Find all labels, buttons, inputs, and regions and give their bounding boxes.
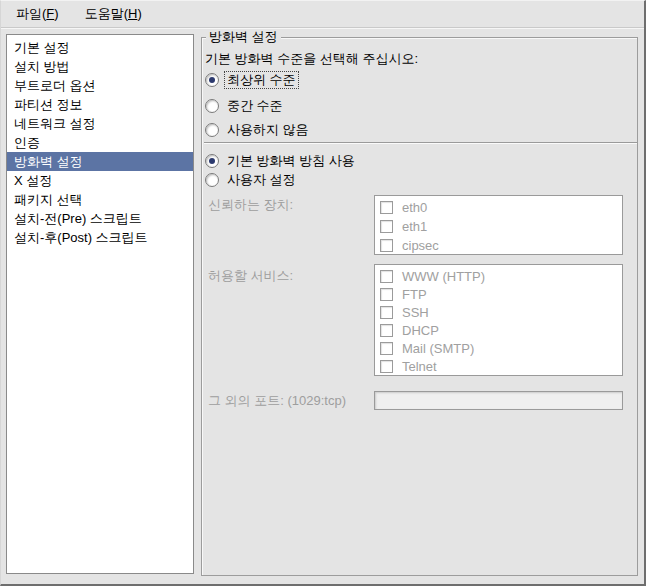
sidebar-item-pre-script[interactable]: 설치-전(Pre) 스크립트 bbox=[7, 209, 193, 228]
sidebar-item-authentication[interactable]: 인증 bbox=[7, 133, 193, 152]
sidebar-item-network-config[interactable]: 네트워크 설정 bbox=[7, 114, 193, 133]
kickstart-configurator-window: 파일(F) 도움말(H) 기본 설정 설치 방법 부트로더 옵션 파티션 정보 … bbox=[0, 0, 646, 586]
trusted-device-eth1-label: eth1 bbox=[402, 219, 427, 234]
section-list: 기본 설정 설치 방법 부트로더 옵션 파티션 정보 네트워크 설정 인증 방화… bbox=[6, 34, 194, 574]
allowed-services-list: WWW (HTTP) FTP SSH DHCP Mail (SMTP) Teln… bbox=[374, 264, 623, 376]
group-title: 방화벽 설정 bbox=[206, 29, 281, 45]
menu-help-label: 도움말( bbox=[85, 6, 128, 21]
checkbox-unchecked-icon bbox=[380, 288, 393, 301]
sidebar-item-partition-info[interactable]: 파티션 정보 bbox=[7, 95, 193, 114]
checkbox-unchecked-icon bbox=[380, 239, 393, 252]
service-ssh-label: SSH bbox=[402, 305, 429, 320]
radio-disable-firewall-label: 사용하지 않음 bbox=[225, 122, 311, 138]
radio-medium-level[interactable]: 중간 수준 bbox=[205, 97, 285, 115]
checkbox-unchecked-icon bbox=[380, 306, 393, 319]
other-ports-label: 그 외의 포트: (1029:tcp) bbox=[208, 392, 346, 410]
sidebar-item-basic-config[interactable]: 기본 설정 bbox=[7, 38, 193, 57]
radio-selected-icon bbox=[205, 73, 219, 87]
menu-file[interactable]: 파일(F) bbox=[7, 2, 68, 26]
radio-unselected-icon bbox=[205, 99, 219, 113]
menu-help-mnemonic: H bbox=[128, 6, 137, 21]
radio-medium-level-label: 중간 수준 bbox=[225, 98, 285, 114]
section-divider bbox=[204, 142, 637, 144]
sidebar-item-firewall-config[interactable]: 방화벽 설정 bbox=[7, 152, 193, 171]
service-dhcp-label: DHCP bbox=[402, 323, 439, 338]
other-ports-input[interactable] bbox=[374, 391, 623, 410]
sidebar-item-post-script[interactable]: 설치-후(Post) 스크립트 bbox=[7, 228, 193, 247]
sidebar-item-x-config[interactable]: X 설정 bbox=[7, 171, 193, 190]
menu-help-label-close: ) bbox=[137, 6, 141, 21]
menu-file-label-close: ) bbox=[54, 6, 58, 21]
checkbox-unchecked-icon bbox=[380, 360, 393, 373]
sidebar-item-package-selection[interactable]: 패키지 선택 bbox=[7, 190, 193, 209]
menu-bar: 파일(F) 도움말(H) bbox=[1, 1, 644, 28]
trusted-devices-list: eth0 eth1 cipsec bbox=[374, 195, 623, 255]
trusted-devices-label: 신뢰하는 장치: bbox=[208, 196, 293, 214]
trusted-device-cipsec[interactable]: cipsec bbox=[375, 236, 622, 255]
trusted-device-cipsec-label: cipsec bbox=[402, 238, 439, 253]
radio-default-policy[interactable]: 기본 방화벽 방침 사용 bbox=[205, 152, 357, 170]
checkbox-unchecked-icon bbox=[380, 220, 393, 233]
service-www-http[interactable]: WWW (HTTP) bbox=[375, 267, 622, 285]
trusted-device-eth0-label: eth0 bbox=[402, 200, 427, 215]
radio-unselected-icon bbox=[205, 123, 219, 137]
service-telnet-label: Telnet bbox=[402, 359, 437, 374]
menu-file-label: 파일( bbox=[16, 6, 46, 21]
checkbox-unchecked-icon bbox=[380, 342, 393, 355]
radio-customize-policy[interactable]: 사용자 설정 bbox=[205, 171, 298, 189]
service-mail-smtp-label: Mail (SMTP) bbox=[402, 341, 474, 356]
service-ssh[interactable]: SSH bbox=[375, 303, 622, 321]
allowed-services-label: 허용할 서비스: bbox=[208, 267, 293, 285]
service-www-http-label: WWW (HTTP) bbox=[402, 269, 485, 284]
checkbox-unchecked-icon bbox=[380, 201, 393, 214]
radio-high-level[interactable]: 최상위 수준 bbox=[205, 71, 298, 89]
service-mail-smtp[interactable]: Mail (SMTP) bbox=[375, 339, 622, 357]
service-dhcp[interactable]: DHCP bbox=[375, 321, 622, 339]
sidebar-item-install-method[interactable]: 설치 방법 bbox=[7, 57, 193, 76]
checkbox-unchecked-icon bbox=[380, 270, 393, 283]
service-telnet[interactable]: Telnet bbox=[375, 357, 622, 375]
checkbox-unchecked-icon bbox=[380, 324, 393, 337]
menu-help[interactable]: 도움말(H) bbox=[76, 2, 151, 26]
radio-disable-firewall[interactable]: 사용하지 않음 bbox=[205, 121, 311, 139]
radio-customize-policy-label: 사용자 설정 bbox=[225, 172, 298, 188]
service-ftp-label: FTP bbox=[402, 287, 427, 302]
trusted-device-eth0[interactable]: eth0 bbox=[375, 198, 622, 217]
sidebar-item-bootloader-options[interactable]: 부트로더 옵션 bbox=[7, 76, 193, 95]
radio-selected-icon bbox=[205, 154, 219, 168]
service-ftp[interactable]: FTP bbox=[375, 285, 622, 303]
firewall-level-prompt: 기본 방화벽 수준을 선택해 주십시오: bbox=[205, 50, 418, 68]
radio-unselected-icon bbox=[205, 173, 219, 187]
radio-default-policy-label: 기본 방화벽 방침 사용 bbox=[225, 153, 357, 169]
firewall-settings-group: 방화벽 설정 기본 방화벽 수준을 선택해 주십시오: 최상위 수준 중간 수준… bbox=[201, 37, 638, 576]
trusted-device-eth1[interactable]: eth1 bbox=[375, 217, 622, 236]
radio-high-level-label: 최상위 수준 bbox=[225, 72, 298, 88]
